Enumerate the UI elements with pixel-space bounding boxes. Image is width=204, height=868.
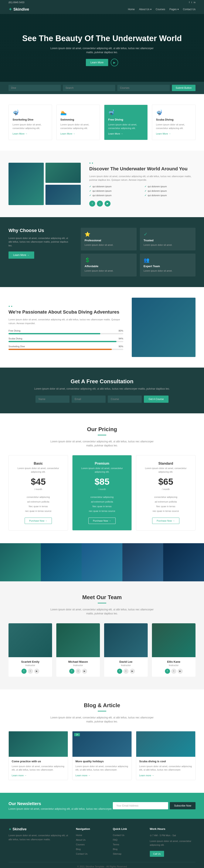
service-learn-more[interactable]: Learn More →: [60, 132, 75, 135]
footer-call-button[interactable]: Call Us: [150, 851, 164, 857]
hero-description: Lorem ipsum dolor sit amet, consectetur …: [49, 46, 155, 55]
plan-purchase-button[interactable]: Purchase Now →: [88, 518, 116, 524]
team-twitter[interactable]: t: [76, 669, 81, 674]
team-twitter[interactable]: t: [124, 669, 129, 674]
search-text-input[interactable]: [63, 85, 115, 91]
instagram-icon[interactable]: in: [194, 1, 196, 4]
discover-image-small-2: [46, 185, 81, 205]
search-dive-input[interactable]: [8, 85, 61, 91]
nav-courses[interactable]: Courses: [156, 8, 165, 11]
footer-nav-about[interactable]: About Us: [76, 839, 85, 841]
footer-nav-contact[interactable]: Contact Us: [76, 852, 87, 855]
plan-name: Standard: [141, 462, 191, 465]
footer-nav-home[interactable]: Home: [76, 834, 82, 836]
team-social-david: f t ▶: [107, 669, 145, 674]
newsletter-email-input[interactable]: [113, 802, 168, 809]
check-item-5: qui dolorem ipsum: [89, 194, 140, 197]
why-professional: ⭐ Professional Lorem ipsum dolor sit ame…: [81, 228, 137, 251]
service-title: Free Diving: [108, 118, 144, 121]
footer-nav-list: Home About Us Courses Blog Contact Us: [76, 834, 106, 855]
twitter-btn[interactable]: t: [97, 200, 103, 207]
team-info-ellis: Ellis Kane Instructor f t ▶: [152, 657, 196, 677]
team-facebook[interactable]: f: [165, 669, 170, 674]
team-facebook[interactable]: f: [22, 669, 27, 674]
team-youtube[interactable]: ▶: [178, 669, 183, 674]
skill-fill: [8, 349, 112, 350]
discover-image-small-1: [46, 163, 81, 183]
team-twitter[interactable]: t: [28, 669, 33, 674]
blog-post-title: Scuba diving is cool: [139, 760, 192, 763]
search-courses-input[interactable]: [117, 85, 170, 91]
consultation-description: Lorem ipsum dolor sit amet, consectetur …: [8, 387, 196, 390]
logo-icon: ✦: [8, 7, 12, 12]
skill-track: [8, 341, 123, 342]
learn-more-button[interactable]: Learn More: [86, 59, 108, 66]
footer-quick-sitemap[interactable]: Sitemap: [113, 852, 121, 855]
footer-quick-faq[interactable]: FAQ: [113, 839, 118, 841]
youtube-btn[interactable]: ▶: [105, 200, 110, 207]
newsletter-title: Our Newsletters: [8, 801, 112, 806]
plan-period: / month: [77, 488, 127, 491]
pricing-subtitle: Lorem ipsum dolor sit amet, consectetur …: [49, 440, 155, 448]
team-youtube[interactable]: ▶: [130, 669, 135, 674]
plan-purchase-button[interactable]: Purchase Now →: [152, 518, 179, 524]
twitter-icon[interactable]: t: [191, 1, 192, 4]
footer-quick-terms[interactable]: Terms: [113, 843, 119, 846]
footer-nav-blog[interactable]: Blog: [76, 848, 80, 850]
nav-pages[interactable]: Pages ▾: [169, 8, 178, 11]
divider: [98, 711, 106, 711]
why-feature-desc: Lorem ipsum dolor sit amet.: [84, 269, 133, 273]
team-twitter[interactable]: t: [171, 669, 176, 674]
play-button[interactable]: ▶: [111, 59, 118, 66]
footer-quick-blog[interactable]: Blog: [113, 848, 118, 850]
consult-course-input[interactable]: [108, 396, 142, 403]
service-desc: Lorem ipsum dolor sit amet, consectetur …: [108, 123, 144, 130]
service-learn-more[interactable]: Learn More →: [12, 132, 27, 135]
consult-name-input[interactable]: [35, 396, 70, 403]
search-submit-button[interactable]: Submit Button: [172, 85, 196, 91]
team-youtube[interactable]: ▶: [82, 669, 87, 674]
blog-read-more[interactable]: Learn more →: [139, 774, 154, 777]
nav-home[interactable]: Home: [128, 8, 135, 11]
service-learn-more[interactable]: Learn More →: [108, 132, 123, 135]
consult-submit-button[interactable]: Get A Course: [144, 396, 168, 403]
nav-logo[interactable]: ✦ Skindive: [8, 7, 29, 12]
service-learn-more[interactable]: Learn More →: [156, 132, 171, 135]
discover-content: ● ● Discover The Underwater World Around…: [89, 161, 196, 207]
service-card-scuba: 🤿 Scuba Diving Lorem ipsum dolor sit ame…: [152, 105, 196, 140]
why-affordable: 💲 Affordable Lorem ipsum dolor sit amet.: [81, 254, 137, 277]
nav-contact[interactable]: Contact Us: [183, 8, 196, 11]
passionate-content: ● ● We're Passionate About Scuba Diving …: [8, 305, 123, 350]
why-learn-more-button[interactable]: Learn More →: [8, 251, 34, 259]
facebook-icon[interactable]: f: [189, 1, 189, 4]
plan-desc: Lorem ipsum dolor sit amet, consectetur …: [13, 467, 63, 473]
team-facebook[interactable]: f: [117, 669, 122, 674]
passionate-section: ● ● We're Passionate About Scuba Diving …: [0, 287, 204, 368]
team-facebook[interactable]: f: [69, 669, 74, 674]
facebook-btn[interactable]: f: [89, 200, 95, 207]
nav-links: Home About Us ▾ Courses Pages ▾ Contact …: [128, 8, 196, 11]
passionate-image: [132, 298, 196, 357]
why-features: ⭐ Professional Lorem ipsum dolor sit ame…: [81, 228, 196, 277]
nav-about[interactable]: About Us ▾: [139, 8, 152, 11]
service-desc: Lorem ipsum dolor sit amet, consectetur …: [12, 123, 48, 130]
affordable-icon: 💲: [84, 257, 133, 263]
check-item-6: qui dolorem ipsum: [145, 194, 196, 197]
professional-icon: ⭐: [84, 231, 133, 237]
team-social-ellis: f t ▶: [155, 669, 193, 674]
blog-body-3: Scuba diving is cool Lorem ipsum dolor s…: [136, 757, 195, 780]
team-member-role: Instructor: [59, 664, 97, 666]
skill-fill: [8, 341, 117, 342]
blog-read-more[interactable]: Learn more →: [12, 774, 27, 777]
footer-quick-contact[interactable]: Contact Us: [113, 834, 124, 836]
consult-email-input[interactable]: [72, 396, 106, 403]
plan-purchase-button[interactable]: Purchase Now →: [25, 518, 52, 524]
skill-label: Free Diving80%: [8, 330, 123, 332]
footer-quick-list: Contact Us FAQ Terms Blog Sitemap: [113, 834, 144, 855]
newsletter-subscribe-button[interactable]: Subscribe Now: [170, 802, 196, 809]
blog-read-more[interactable]: Learn more →: [75, 774, 90, 777]
plan-desc: Lorem ipsum dolor sit amet, consectetur …: [77, 467, 127, 473]
team-youtube[interactable]: ▶: [34, 669, 39, 674]
footer-nav-courses[interactable]: Courses: [76, 843, 84, 846]
top-bar: (81) 8945 5433 f t in: [0, 0, 204, 5]
